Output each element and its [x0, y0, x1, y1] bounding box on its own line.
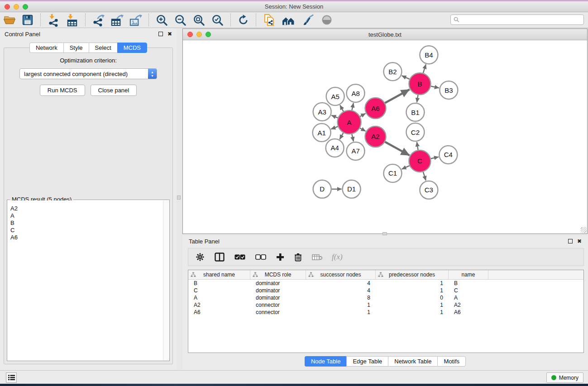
mcds-result-list[interactable]: A2ABCA6 — [8, 200, 169, 360]
edge-B-B1[interactable] — [417, 95, 418, 103]
node-B[interactable]: B — [409, 73, 430, 95]
close-table-panel-icon[interactable]: ✖ — [577, 238, 582, 244]
apply-style-button[interactable] — [299, 13, 318, 27]
delete-column-button[interactable] — [292, 252, 305, 262]
edge-C-C3[interactable] — [423, 172, 426, 181]
column-header-successor-nodes[interactable]: successor nodes — [306, 270, 376, 279]
node-B2[interactable]: B2 — [384, 62, 402, 81]
deselect-all-button[interactable] — [253, 253, 269, 261]
node-C[interactable]: C — [409, 150, 430, 172]
task-history-button[interactable] — [6, 372, 17, 383]
node-A6[interactable]: A6 — [365, 98, 386, 119]
first-neighbors-button[interactable] — [279, 13, 299, 27]
criterion-select[interactable]: largest connected component (directed) ▲… — [19, 68, 157, 79]
import-network-button[interactable] — [44, 13, 63, 27]
tab-edge-table[interactable]: Edge Table — [346, 356, 388, 367]
column-header-shared-name[interactable]: shared name — [188, 270, 250, 279]
node-A3[interactable]: A3 — [313, 103, 331, 121]
import-table-button[interactable] — [63, 13, 81, 27]
node-A5[interactable]: A5 — [326, 87, 344, 105]
network-canvas[interactable]: AA6A2BCA1A3A4A5A7A8B1B2B3B4C1C2C3C4DD1 — [183, 40, 587, 234]
edge-C-C4[interactable] — [431, 157, 439, 159]
node-A1[interactable]: A1 — [313, 124, 331, 142]
column-header-mcds-role[interactable]: MCDS role — [250, 270, 306, 279]
edge-A-A1[interactable] — [331, 127, 338, 129]
edge-A2-C[interactable] — [385, 142, 410, 156]
table-row[interactable]: Adominator80A — [188, 294, 583, 301]
export-image-button[interactable] — [126, 13, 145, 27]
horizontal-splitter-handle[interactable] — [382, 232, 387, 235]
node-A7[interactable]: A7 — [347, 142, 365, 160]
node-A4[interactable]: A4 — [326, 139, 344, 157]
node-C2[interactable]: C2 — [406, 123, 424, 141]
node-B3[interactable]: B3 — [440, 81, 458, 99]
edge-A6-B[interactable] — [385, 90, 410, 103]
refresh-button[interactable] — [234, 14, 252, 27]
edge-A-A3[interactable] — [331, 115, 338, 118]
select-all-button[interactable] — [232, 253, 248, 261]
float-panel-icon[interactable] — [158, 32, 163, 36]
node-D[interactable]: D — [313, 180, 331, 198]
export-table-button[interactable] — [108, 13, 126, 27]
mcds-result-item[interactable]: A — [10, 212, 166, 219]
search-input[interactable] — [461, 15, 583, 24]
table-row[interactable]: A6connector11A6 — [188, 309, 583, 316]
zoom-out-button[interactable] — [171, 13, 190, 27]
zoom-selected-button[interactable] — [208, 13, 227, 27]
network-window-titlebar[interactable]: testGlobe.txt — [183, 29, 587, 40]
column-header-predecessor-nodes[interactable]: predecessor nodes — [376, 270, 449, 279]
mcds-result-item[interactable]: A2 — [10, 205, 166, 212]
tab-motifs[interactable]: Motifs — [437, 356, 466, 367]
network-graph[interactable]: AA6A2BCA1A3A4A5A7A8B1B2B3B4C1C2C3C4DD1 — [183, 40, 587, 234]
show-columns-button[interactable] — [212, 252, 227, 262]
node-C1[interactable]: C1 — [384, 164, 402, 182]
zoom-in-button[interactable] — [153, 13, 171, 27]
node-C3[interactable]: C3 — [420, 181, 438, 199]
run-mcds-button[interactable]: Run MCDS — [40, 85, 85, 96]
resize-grip-icon[interactable] — [581, 227, 587, 233]
node-A2[interactable]: A2 — [365, 126, 386, 147]
vertical-splitter-handle[interactable] — [177, 195, 181, 200]
edge-A-A8[interactable] — [352, 103, 354, 110]
table-settings-button[interactable] — [193, 252, 207, 262]
tab-mcds[interactable]: MCDS — [117, 43, 147, 53]
new-network-from-selection-button[interactable] — [260, 13, 279, 27]
edge-A-A5[interactable] — [340, 105, 344, 111]
save-session-button[interactable] — [19, 13, 37, 27]
edge-C-C2[interactable] — [417, 142, 418, 150]
column-header-name[interactable]: name — [449, 270, 488, 279]
float-table-panel-icon[interactable] — [568, 239, 573, 243]
export-network-button[interactable] — [89, 13, 108, 27]
mcds-result-item[interactable]: C — [10, 227, 166, 234]
edge-B-B3[interactable] — [431, 86, 439, 88]
table-row[interactable]: Cdominator41C — [188, 287, 583, 294]
tab-network-table[interactable]: Network Table — [388, 356, 437, 367]
edge-A-A2[interactable] — [360, 128, 365, 131]
edge-A-A7[interactable] — [352, 134, 354, 141]
node-C4[interactable]: C4 — [439, 146, 457, 164]
table-row[interactable]: Bdominator41B — [188, 280, 583, 287]
edge-B-B4[interactable] — [423, 64, 426, 73]
close-panel-icon[interactable]: ✖ — [167, 31, 172, 37]
edge-C-C1[interactable] — [402, 166, 410, 169]
search-box[interactable] — [450, 14, 584, 25]
create-column-button[interactable] — [273, 252, 287, 262]
tab-select[interactable]: Select — [89, 43, 117, 53]
hide-selected-button[interactable] — [318, 13, 336, 27]
mcds-result-item[interactable]: B — [10, 219, 166, 227]
tab-network[interactable]: Network — [29, 43, 63, 53]
tab-node-table[interactable]: Node Table — [305, 356, 347, 367]
table-row[interactable]: A2connector11A2 — [188, 301, 583, 309]
mcds-result-item[interactable]: A6 — [10, 234, 166, 241]
memory-button[interactable]: Memory — [546, 372, 583, 383]
tab-style[interactable]: Style — [63, 43, 89, 53]
edge-B-B2[interactable] — [402, 76, 410, 79]
node-A8[interactable]: A8 — [347, 84, 365, 102]
node-B4[interactable]: B4 — [420, 46, 438, 64]
edge-A-A4[interactable] — [339, 133, 343, 139]
node-A[interactable]: A — [338, 110, 361, 134]
node-B1[interactable]: B1 — [406, 103, 424, 121]
node-D1[interactable]: D1 — [343, 180, 361, 198]
open-session-button[interactable] — [0, 13, 19, 27]
edge-A-A6[interactable] — [360, 114, 365, 116]
